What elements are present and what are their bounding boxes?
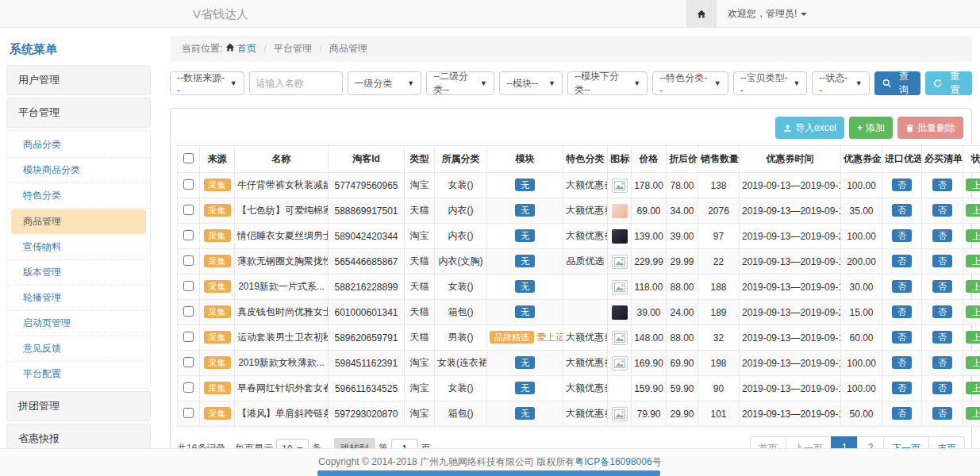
row-checkbox[interactable] xyxy=(183,281,194,291)
row-checkbox[interactable] xyxy=(183,382,194,393)
row-checkbox[interactable] xyxy=(183,205,194,215)
row-checkbox[interactable] xyxy=(183,255,194,266)
must-buy-toggle[interactable]: 否 xyxy=(932,356,952,369)
name-input[interactable] xyxy=(249,71,343,95)
module-none-badge[interactable]: 无 xyxy=(515,382,535,394)
page-button: 首页 xyxy=(750,436,786,448)
status-badge[interactable]: 上架 xyxy=(966,305,980,318)
must-buy-toggle[interactable]: 否 xyxy=(932,255,952,267)
must-buy-toggle[interactable]: 否 xyxy=(932,178,952,191)
row-checkbox[interactable] xyxy=(183,357,194,367)
status-badge[interactable]: 上架 xyxy=(966,382,980,394)
import-select-toggle[interactable]: 否 xyxy=(892,280,912,293)
must-buy-toggle[interactable]: 否 xyxy=(932,280,952,293)
sidebar-item[interactable]: 省惠快报 xyxy=(6,424,151,448)
row-checkbox[interactable] xyxy=(183,332,194,342)
sidebar-subitem[interactable]: 商品管理 xyxy=(11,209,146,234)
row-checkbox[interactable] xyxy=(183,179,194,190)
jump-page-input[interactable] xyxy=(391,439,418,449)
module-badge[interactable]: 品牌精选 xyxy=(490,331,534,344)
select-all-checkbox[interactable] xyxy=(183,153,194,163)
breadcrumb-home-link[interactable]: 首页 xyxy=(237,43,256,54)
module-none-badge[interactable]: 无 xyxy=(515,255,535,267)
row-checkbox[interactable] xyxy=(183,306,194,317)
import-select-toggle[interactable]: 否 xyxy=(892,255,912,267)
must-buy-toggle[interactable]: 否 xyxy=(932,229,952,242)
add-button[interactable]: + 添加 xyxy=(849,117,893,139)
sidebar-subitem[interactable]: 特色分类 xyxy=(7,183,150,209)
sidebar-subitem[interactable]: 轮播管理 xyxy=(7,286,150,311)
row-checkbox[interactable] xyxy=(183,230,194,240)
per-page-select[interactable]: 10 xyxy=(276,439,308,449)
sidebar-subitem[interactable]: 模块商品分类 xyxy=(7,158,150,183)
status-badge[interactable]: 上架 xyxy=(966,356,980,369)
horizontal-scrollbar[interactable] xyxy=(317,470,660,476)
page-button[interactable]: 下一页 xyxy=(883,436,929,448)
user-menu[interactable]: 欢迎您，管理员! xyxy=(717,0,818,28)
must-buy-toggle[interactable]: 否 xyxy=(932,331,952,344)
import-select-toggle[interactable]: 否 xyxy=(892,356,912,369)
import-select-toggle[interactable]: 否 xyxy=(892,331,912,344)
column-header: 优惠券金额 xyxy=(841,146,882,173)
import-select-toggle[interactable]: 否 xyxy=(892,204,912,217)
feature-category-select[interactable]: --特色分类--▼ xyxy=(652,71,728,95)
must-buy-toggle[interactable]: 否 xyxy=(932,305,952,318)
reset-button[interactable]: 重置 xyxy=(925,71,972,95)
status-badge[interactable]: 上架 xyxy=(966,331,980,344)
sidebar-subitem[interactable]: 启动页管理 xyxy=(7,311,150,336)
import-select-toggle[interactable]: 否 xyxy=(892,305,912,318)
module-select[interactable]: --模块--▼ xyxy=(499,71,563,95)
sidebar-item-platform-mgmt[interactable]: 平台管理 xyxy=(6,98,151,128)
page-button[interactable]: 1 xyxy=(831,436,858,448)
module-none-badge[interactable]: 无 xyxy=(515,356,535,369)
module-none-badge[interactable]: 无 xyxy=(515,305,535,318)
page-button[interactable]: 2 xyxy=(857,436,884,448)
must-buy-toggle[interactable]: 否 xyxy=(932,204,952,217)
module-none-badge[interactable]: 无 xyxy=(515,407,535,420)
page-button[interactable]: 末页 xyxy=(928,436,965,448)
level1-category-select[interactable]: 一级分类▼ xyxy=(348,71,422,95)
item-type-select[interactable]: --宝贝类型--▼ xyxy=(733,71,808,95)
source-badge: 采集 xyxy=(204,356,231,369)
status-cell: 上架 xyxy=(963,224,980,249)
home-button[interactable] xyxy=(686,0,717,28)
sidebar-item[interactable]: 拼团管理 xyxy=(6,391,151,421)
sidebar-subitem[interactable]: 平台配置 xyxy=(7,362,150,386)
status-badge[interactable]: 上架 xyxy=(966,229,980,242)
icp-link[interactable]: 粤ICP备16098006号 xyxy=(575,456,661,467)
status-badge[interactable]: 上架 xyxy=(966,204,980,217)
import-excel-button[interactable]: 导入excel xyxy=(775,117,844,139)
module-none-badge[interactable]: 无 xyxy=(515,204,535,217)
module-cell: 无 xyxy=(487,300,563,325)
data-source-select[interactable]: --数据来源--▼ xyxy=(170,71,244,95)
must-buy-cell: 否 xyxy=(922,300,963,325)
module-subcategory-select[interactable]: --模块下分类--▼ xyxy=(567,71,648,95)
module-none-badge[interactable]: 无 xyxy=(515,178,535,191)
status-badge[interactable]: 上架 xyxy=(966,407,980,420)
must-buy-toggle[interactable]: 否 xyxy=(932,407,952,420)
batch-delete-button[interactable]: 批量删除 xyxy=(897,117,963,139)
status-badge[interactable]: 上架 xyxy=(966,178,980,191)
sidebar-subitem[interactable]: 意见反馈 xyxy=(7,336,150,362)
row-checkbox[interactable] xyxy=(183,408,194,418)
search-icon xyxy=(882,79,892,88)
sidebar-subitem[interactable]: 宣传物料 xyxy=(7,235,150,260)
import-select-toggle[interactable]: 否 xyxy=(892,229,912,242)
search-button[interactable]: 查询 xyxy=(874,71,921,95)
level2-category-select[interactable]: --二级分类--▼ xyxy=(426,71,494,95)
import-select-toggle[interactable]: 否 xyxy=(892,407,912,420)
sidebar-subitem[interactable]: 商品分类 xyxy=(7,132,150,158)
sidebar-subitem[interactable]: 版本管理 xyxy=(7,260,150,286)
import-select-toggle[interactable]: 否 xyxy=(892,178,912,191)
row-select-cell xyxy=(178,300,200,325)
jump-button[interactable]: 跳转到 xyxy=(334,438,375,448)
import-select-toggle[interactable]: 否 xyxy=(892,382,912,394)
sidebar-item-user-mgmt[interactable]: 用户管理 xyxy=(6,65,151,95)
module-none-badge[interactable]: 无 xyxy=(515,280,535,293)
module-none-badge[interactable]: 无 xyxy=(515,229,535,242)
status-badge[interactable]: 上架 xyxy=(966,255,980,267)
must-buy-toggle[interactable]: 否 xyxy=(932,382,952,394)
status-badge[interactable]: 上架 xyxy=(966,280,980,293)
table-row: 采集早春网红针织外套女春...596611634525淘宝女装()无大额优惠券1… xyxy=(178,376,980,401)
status-select[interactable]: --状态--▼ xyxy=(812,71,869,95)
